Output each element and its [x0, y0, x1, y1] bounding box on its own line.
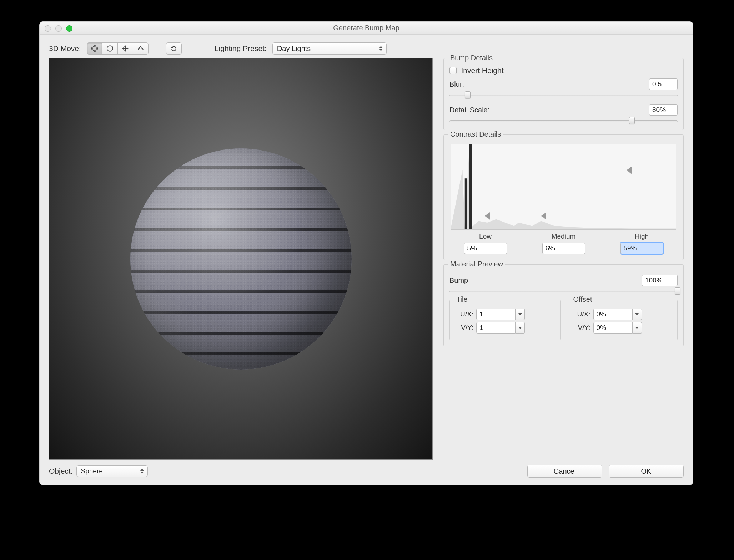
minimize-window-button[interactable]: [55, 25, 62, 32]
3d-move-tool-group: [87, 42, 149, 55]
contrast-high-field[interactable]: [620, 243, 663, 254]
contrast-low-label: Low: [449, 233, 521, 240]
cancel-button[interactable]: Cancel: [527, 465, 602, 478]
object-value: Sphere: [81, 467, 103, 475]
contrast-high-label: High: [606, 233, 678, 240]
blur-label: Blur:: [449, 80, 464, 88]
bump-field[interactable]: [642, 275, 678, 286]
orbit-tool-button[interactable]: [87, 42, 102, 55]
lighting-preset-select[interactable]: Day Lights: [272, 42, 387, 55]
detail-scale-label: Detail Scale:: [449, 106, 489, 114]
blur-field[interactable]: [649, 78, 678, 90]
bump-slider[interactable]: [449, 288, 678, 295]
tile-ux-label: U/X:: [454, 310, 473, 318]
object-label: Object:: [49, 467, 73, 475]
move-label: 3D Move:: [49, 44, 81, 53]
bump-details-group: Bump Details Invert Height Blur:: [443, 58, 684, 130]
cancel-button-label: Cancel: [554, 467, 576, 475]
object-select[interactable]: Sphere: [76, 465, 148, 477]
3d-preview-viewport[interactable]: [49, 58, 433, 460]
pan-tool-button[interactable]: [117, 42, 133, 55]
svg-point-1: [93, 45, 96, 52]
contrast-low-field[interactable]: [464, 243, 507, 254]
ok-button[interactable]: OK: [609, 465, 684, 478]
offset-legend: Offset: [571, 295, 594, 304]
offset-vy-dropdown-button[interactable]: [633, 322, 642, 334]
ok-button-label: OK: [641, 467, 652, 475]
window-title: Generate Bump Map: [40, 24, 693, 32]
offset-vy-label: V/Y:: [571, 324, 590, 332]
footer: Object: Sphere Cancel OK: [49, 465, 684, 478]
invert-height-label: Invert Height: [461, 66, 503, 75]
lighting-preset-label: Lighting Preset:: [215, 44, 267, 53]
svg-point-2: [107, 46, 113, 51]
detail-scale-slider[interactable]: [449, 118, 678, 124]
tile-ux-field[interactable]: [476, 309, 516, 320]
tile-vy-field[interactable]: [476, 322, 516, 334]
blur-slider[interactable]: [449, 92, 678, 98]
reset-button[interactable]: [166, 42, 182, 55]
invert-height-checkbox[interactable]: [449, 67, 457, 74]
svg-point-0: [91, 47, 98, 50]
contrast-details-group: Contrast Details Low: [443, 134, 684, 260]
rotate-tool-button[interactable]: [102, 42, 118, 55]
tile-vy-dropdown-button[interactable]: [516, 322, 525, 334]
tile-vy-label: V/Y:: [454, 324, 473, 332]
close-window-button[interactable]: [45, 25, 51, 32]
contrast-medium-field[interactable]: [542, 243, 585, 254]
offset-ux-dropdown-button[interactable]: [633, 309, 642, 320]
tile-legend: Tile: [454, 295, 469, 304]
toolbar: 3D Move: Lighting Pres: [49, 42, 684, 55]
detail-scale-field[interactable]: [649, 104, 678, 116]
offset-ux-label: U/X:: [571, 310, 590, 318]
bump-details-legend: Bump Details: [448, 54, 495, 62]
dialog-window: Generate Bump Map 3D Move:: [39, 21, 693, 485]
svg-rect-4: [469, 144, 472, 229]
slide-tool-button[interactable]: [133, 42, 149, 55]
offset-vy-field[interactable]: [593, 322, 633, 334]
zoom-window-button[interactable]: [66, 25, 72, 32]
offset-group: Offset U/X: V/Y:: [567, 300, 678, 340]
material-preview-group: Material Preview Bump: Tile U/X:: [443, 264, 684, 346]
offset-ux-field[interactable]: [593, 309, 633, 320]
contrast-high-marker-icon[interactable]: [627, 167, 632, 174]
contrast-medium-marker-icon[interactable]: [541, 212, 546, 219]
bump-label: Bump:: [449, 276, 470, 285]
lighting-preset-value: Day Lights: [277, 45, 311, 53]
window-controls: [45, 25, 72, 32]
titlebar: Generate Bump Map: [40, 22, 693, 35]
svg-rect-5: [465, 178, 467, 229]
material-preview-legend: Material Preview: [448, 260, 505, 268]
contrast-histogram[interactable]: [451, 144, 676, 230]
preview-sphere: [130, 148, 352, 370]
tile-ux-dropdown-button[interactable]: [516, 309, 525, 320]
contrast-details-legend: Contrast Details: [448, 130, 503, 138]
tile-group: Tile U/X: V/Y:: [449, 300, 561, 340]
contrast-low-marker-icon[interactable]: [485, 212, 490, 219]
contrast-medium-label: Medium: [528, 233, 599, 240]
toolbar-separator: [157, 43, 157, 54]
